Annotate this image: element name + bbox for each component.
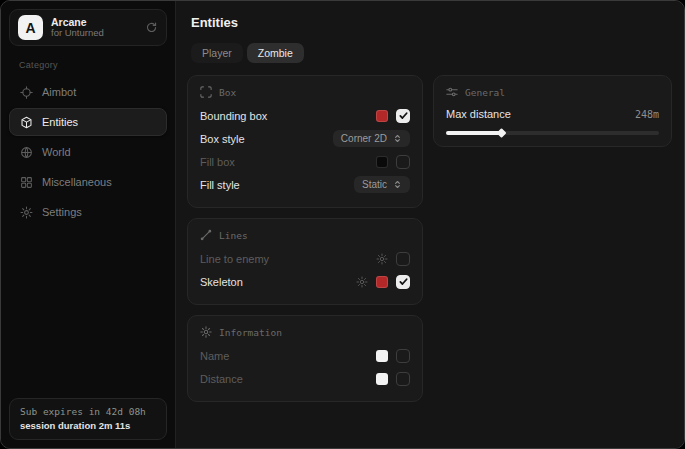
sub-expiry-text: Sub expires in 42d 08h (20, 406, 156, 417)
box-style-dropdown[interactable]: Corner 2D (333, 130, 410, 147)
slider-fill (446, 131, 501, 135)
lines-card-header: Lines (200, 229, 410, 241)
setting-row-bounding-box: Bounding box (200, 104, 410, 127)
box-card-title: Box (219, 87, 236, 98)
color-swatch[interactable] (376, 110, 388, 122)
setting-row-skeleton: Skeleton (200, 270, 410, 293)
setting-label: Bounding box (200, 110, 267, 122)
line-icon (200, 229, 212, 241)
fill-style-dropdown[interactable]: Static (354, 176, 410, 193)
setting-label: Fill box (200, 156, 235, 168)
setting-row-line-to-enemy: Line to enemy (200, 247, 410, 270)
cube-icon (20, 116, 33, 129)
distance-checkbox[interactable] (396, 372, 410, 386)
color-swatch[interactable] (376, 156, 388, 168)
sidebar-item-label: Entities (42, 116, 78, 128)
max-distance-label: Max distance (446, 108, 511, 120)
app-subtitle: for Unturned (51, 28, 137, 39)
sidebar-spacer (9, 226, 167, 398)
general-card-header: General (446, 86, 659, 98)
lines-card: Lines Line to enemy (187, 218, 423, 305)
entity-tabs: Player Zombie (191, 43, 672, 63)
setting-row-box-style: Box style Corner 2D (200, 127, 410, 150)
dropdown-value: Corner 2D (341, 133, 387, 144)
sidebar-item-label: Miscellaneous (42, 176, 112, 188)
setting-label: Box style (200, 133, 245, 145)
category-label: Category (19, 60, 167, 70)
refresh-icon[interactable] (145, 21, 158, 34)
sidebar-item-world[interactable]: World (9, 138, 167, 166)
subscription-card: Sub expires in 42d 08h session duration … (9, 398, 167, 440)
chevron-up-down-icon (393, 180, 402, 189)
grid-icon (20, 176, 33, 189)
sidebar-item-label: Aimbot (42, 86, 76, 98)
globe-icon (20, 146, 33, 159)
general-card-title: General (465, 87, 505, 98)
color-swatch[interactable] (376, 350, 388, 362)
right-column: General Max distance 248m (433, 75, 672, 147)
crosshair-icon (20, 86, 33, 99)
skeleton-checkbox[interactable] (396, 275, 410, 289)
color-swatch[interactable] (376, 373, 388, 385)
lines-card-title: Lines (219, 230, 248, 241)
line-to-enemy-checkbox[interactable] (396, 252, 410, 266)
setting-row-name: Name (200, 344, 410, 367)
max-distance-value: 248m (635, 109, 659, 120)
page-title: Entities (191, 15, 672, 30)
color-swatch[interactable] (376, 276, 388, 288)
session-duration-text: session duration 2m 11s (20, 420, 156, 431)
app-logo-card: A Arcane for Unturned (9, 9, 167, 46)
tab-player[interactable]: Player (191, 43, 243, 63)
sidebar-item-settings[interactable]: Settings (9, 198, 167, 226)
app-window: A Arcane for Unturned Category Aimbot (0, 0, 685, 449)
sidebar-item-label: Settings (42, 206, 82, 218)
setting-label: Distance (200, 373, 243, 385)
general-card: General Max distance 248m (433, 75, 672, 147)
sidebar: A Arcane for Unturned Category Aimbot (1, 1, 176, 448)
information-card-title: Information (219, 327, 282, 338)
app-logo: A (18, 15, 43, 40)
setting-label: Fill style (200, 179, 240, 191)
sidebar-item-aimbot[interactable]: Aimbot (9, 78, 167, 106)
setting-label: Name (200, 350, 229, 362)
box-corners-icon (200, 86, 212, 98)
chevron-up-down-icon (393, 134, 402, 143)
slider-thumb[interactable] (497, 128, 507, 138)
information-card: Information Name Distance (187, 315, 423, 402)
box-card: Box Bounding box Box style (187, 75, 423, 208)
row-settings-gear-icon[interactable] (376, 253, 388, 265)
cards-layout: Box Bounding box Box style (187, 75, 672, 402)
max-distance-slider[interactable] (446, 131, 659, 135)
sidebar-nav: Aimbot Entities World (9, 78, 167, 226)
setting-label: Skeleton (200, 276, 243, 288)
sliders-icon (446, 86, 458, 98)
sparkle-icon (200, 326, 212, 338)
sidebar-item-miscellaneous[interactable]: Miscellaneous (9, 168, 167, 196)
bounding-box-checkbox[interactable] (396, 109, 410, 123)
setting-row-distance: Distance (200, 367, 410, 390)
box-card-header: Box (200, 86, 410, 98)
left-column: Box Bounding box Box style (187, 75, 423, 402)
setting-label: Line to enemy (200, 253, 269, 265)
max-distance-row: Max distance 248m (446, 104, 659, 124)
information-card-header: Information (200, 326, 410, 338)
sidebar-item-label: World (42, 146, 71, 158)
setting-row-fill-box: Fill box (200, 150, 410, 173)
app-title-block: Arcane for Unturned (51, 16, 137, 39)
fill-box-checkbox[interactable] (396, 155, 410, 169)
row-settings-gear-icon[interactable] (356, 276, 368, 288)
dropdown-value: Static (362, 179, 387, 190)
main-panel: Entities Player Zombie Box (176, 1, 684, 448)
gear-icon (20, 206, 33, 219)
sidebar-item-entities[interactable]: Entities (9, 108, 167, 136)
tab-zombie[interactable]: Zombie (247, 43, 304, 63)
name-checkbox[interactable] (396, 349, 410, 363)
setting-row-fill-style: Fill style Static (200, 173, 410, 196)
